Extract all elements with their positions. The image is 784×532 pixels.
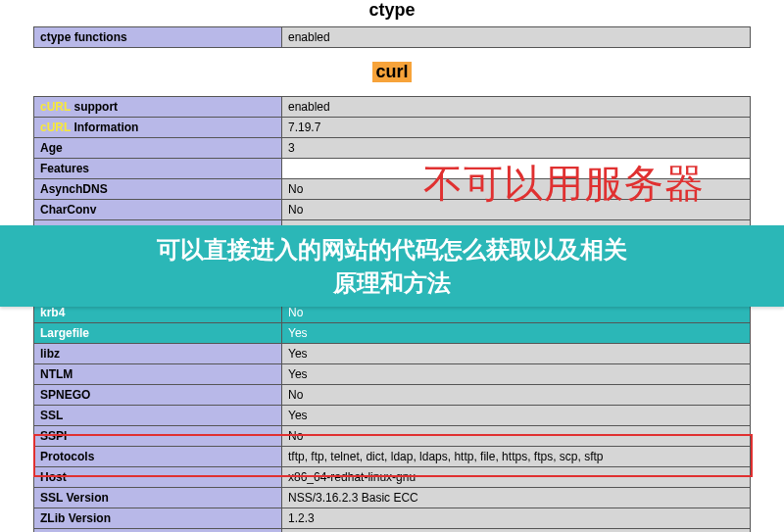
table-row: Hostx86_64-redhat-linux-gnu bbox=[34, 467, 751, 488]
row-label: Largefile bbox=[34, 323, 282, 344]
row-value: NSS/3.16.2.3 Basic ECC bbox=[282, 488, 751, 508]
overlay-banner-line1: 可以直接进入的网站的代码怎么获取以及相关 bbox=[0, 233, 784, 266]
table-row: ctype functionsenabled bbox=[34, 27, 751, 48]
row-label: ctype functions bbox=[34, 27, 282, 48]
table-row: Features bbox=[34, 159, 751, 179]
table-row: AsynchDNSNo bbox=[34, 179, 751, 200]
section-title-curl: curl bbox=[372, 62, 411, 82]
table-row: Protocolstftp, ftp, telnet, dict, ldap, … bbox=[34, 447, 751, 467]
row-value: x86_64-redhat-linux-gnu bbox=[282, 467, 751, 488]
row-label: SPNEGO bbox=[34, 385, 282, 406]
row-label: cURL Information bbox=[34, 118, 282, 138]
overlay-banner-line2: 原理和方法 bbox=[0, 266, 784, 300]
overlay-banner: 可以直接进入的网站的代码怎么获取以及相关 原理和方法 bbox=[0, 225, 784, 307]
row-label: cURL support bbox=[34, 97, 282, 118]
row-label: libSSH Version bbox=[34, 529, 282, 533]
row-label: SSPI bbox=[34, 426, 282, 447]
row-value: Yes bbox=[282, 323, 751, 344]
table-row: SSPINo bbox=[34, 426, 751, 447]
row-label: Protocols bbox=[34, 447, 282, 467]
table-row: libzYes bbox=[34, 344, 751, 364]
row-value: No bbox=[282, 426, 751, 447]
row-value: Yes bbox=[282, 406, 751, 426]
row-label: Host bbox=[34, 467, 282, 488]
row-label: ZLib Version bbox=[34, 508, 282, 529]
row-label: Age bbox=[34, 138, 282, 159]
row-label: Features bbox=[34, 159, 282, 179]
table-row: ZLib Version1.2.3 bbox=[34, 508, 751, 529]
row-label: libz bbox=[34, 344, 282, 364]
table-row: libSSH Versionlibssh2/1.4.2 bbox=[34, 529, 751, 533]
table-row: SSL VersionNSS/3.16.2.3 Basic ECC bbox=[34, 488, 751, 508]
table-row: SSLYes bbox=[34, 406, 751, 426]
row-value: tftp, ftp, telnet, dict, ldap, ldaps, ht… bbox=[282, 447, 751, 467]
row-value: 7.19.7 bbox=[282, 118, 751, 138]
row-value: libssh2/1.4.2 bbox=[282, 529, 751, 533]
row-value: 1.2.3 bbox=[282, 508, 751, 529]
row-value: Yes bbox=[282, 364, 751, 385]
row-value: 3 bbox=[282, 138, 751, 159]
row-label: SSL bbox=[34, 406, 282, 426]
table-row: CharConvNo bbox=[34, 200, 751, 220]
row-value: No bbox=[282, 179, 751, 200]
table-row: cURL supportenabled bbox=[34, 97, 751, 118]
table-row: Age3 bbox=[34, 138, 751, 159]
row-label: CharConv bbox=[34, 200, 282, 220]
row-label: SSL Version bbox=[34, 488, 282, 508]
row-value: No bbox=[282, 200, 751, 220]
table-row: NTLMYes bbox=[34, 364, 751, 385]
row-value bbox=[282, 159, 751, 179]
table-row: cURL Information7.19.7 bbox=[34, 118, 751, 138]
curl-table: cURL supportenabledcURL Information7.19.… bbox=[33, 96, 751, 532]
row-value: enabled bbox=[282, 97, 751, 118]
section-title-ctype: ctype bbox=[33, 0, 751, 21]
row-value: No bbox=[282, 385, 751, 406]
row-label: NTLM bbox=[34, 364, 282, 385]
row-value: enabled bbox=[282, 27, 751, 48]
table-row: LargefileYes bbox=[34, 323, 751, 344]
row-value: Yes bbox=[282, 344, 751, 364]
ctype-table: ctype functionsenabled bbox=[33, 26, 751, 48]
table-row: SPNEGONo bbox=[34, 385, 751, 406]
row-label: AsynchDNS bbox=[34, 179, 282, 200]
section-title-wrap: curl bbox=[33, 56, 751, 88]
